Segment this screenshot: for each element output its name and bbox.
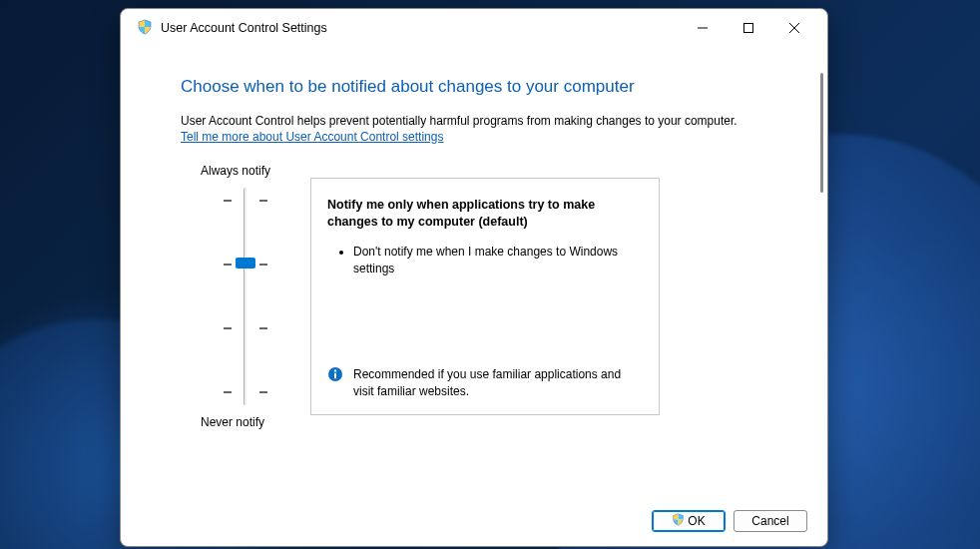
minimize-button[interactable]: [680, 13, 726, 43]
cancel-button-label: Cancel: [751, 514, 788, 528]
titlebar: User Account Control Settings: [121, 9, 827, 47]
level-recommendation: Recommended if you use familiar applicat…: [353, 366, 643, 400]
svg-rect-6: [334, 373, 336, 379]
slider-bottom-label: Never notify: [181, 415, 264, 429]
slider-thumb[interactable]: [236, 258, 255, 269]
svg-point-5: [334, 370, 336, 372]
level-title: Notify me only when applications try to …: [327, 197, 643, 232]
level-bullet-list: Don't notify me when I make changes to W…: [327, 244, 643, 277]
level-bullet: Don't notify me when I make changes to W…: [353, 244, 643, 277]
ok-button-label: OK: [688, 514, 705, 528]
cancel-button[interactable]: Cancel: [734, 510, 807, 532]
level-description-panel: Notify me only when applications try to …: [310, 178, 660, 415]
learn-more-link[interactable]: Tell me more about User Account Control …: [181, 130, 443, 144]
close-button[interactable]: [771, 13, 817, 43]
window-title: User Account Control Settings: [161, 21, 680, 35]
shield-icon: [137, 19, 153, 38]
button-bar: OK Cancel: [121, 502, 827, 546]
uac-settings-window: User Account Control Settings Choose whe…: [120, 8, 828, 547]
slider-top-label: Always notify: [181, 164, 270, 178]
window-controls: [680, 13, 817, 43]
shield-icon: [672, 513, 685, 529]
maximize-button[interactable]: [726, 13, 771, 43]
notification-level-slider[interactable]: [221, 188, 270, 405]
content-area: Choose when to be notified about changes…: [121, 47, 827, 502]
info-icon: [327, 366, 343, 385]
page-heading: Choose when to be notified about changes…: [181, 77, 767, 97]
notification-slider-column: Always notify Never notify: [181, 164, 310, 429]
ok-button[interactable]: OK: [652, 510, 726, 532]
svg-rect-1: [744, 24, 753, 33]
slider-track: [244, 188, 247, 405]
page-description: User Account Control helps prevent poten…: [181, 113, 767, 130]
scrollbar[interactable]: [820, 73, 823, 193]
